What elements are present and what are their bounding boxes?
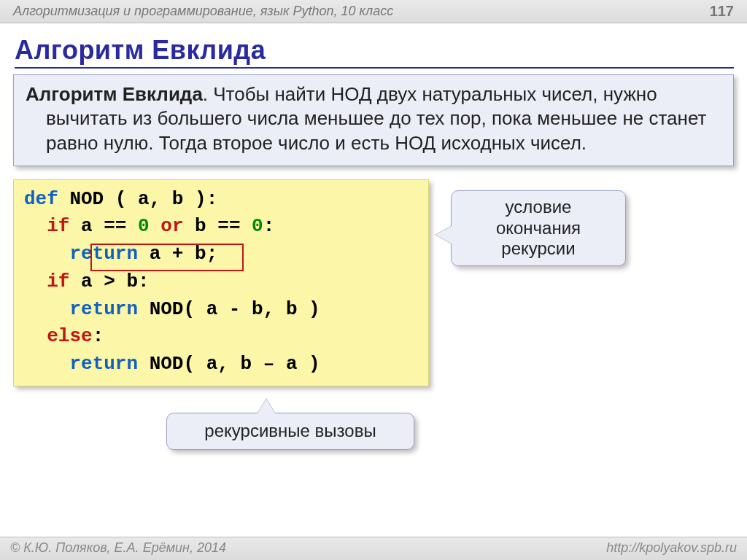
breadcrumb: Алгоритмизация и программирование, язык … bbox=[13, 4, 393, 19]
code-block: def NOD ( a, b ): if a == 0 or b == 0: r… bbox=[13, 179, 429, 386]
callout-line: рекурсии bbox=[468, 238, 609, 260]
kw-return: return bbox=[69, 353, 138, 375]
page-number: 117 bbox=[710, 3, 734, 20]
kw-def: def bbox=[24, 188, 58, 210]
callout-recursive-calls: рекурсивные вызовы bbox=[166, 413, 414, 450]
theory-panel: Алгоритм Евклида. Чтобы найти НОД двух н… bbox=[13, 74, 734, 166]
page-title: Алгоритм Евклида bbox=[15, 35, 734, 69]
code-area: def NOD ( a, b ): if a == 0 or b == 0: r… bbox=[13, 179, 734, 386]
kw-or: or bbox=[150, 215, 195, 237]
kw-if: if bbox=[47, 215, 69, 237]
num-literal: 0 bbox=[252, 215, 263, 237]
code-text: : bbox=[93, 325, 104, 347]
code-text: : bbox=[263, 215, 275, 237]
code-text: a == bbox=[69, 215, 138, 237]
kw-return: return bbox=[69, 243, 138, 265]
callout-line: окончания bbox=[468, 218, 609, 239]
header-bar: Алгоритмизация и программирование, язык … bbox=[0, 0, 747, 23]
footer-url: http://kpolyakov.spb.ru bbox=[606, 540, 737, 556]
callout-tail-icon bbox=[258, 399, 275, 413]
kw-return: return bbox=[69, 298, 138, 320]
code-text: NOD( a, b – a ) bbox=[138, 353, 320, 375]
code-text: b == bbox=[195, 215, 252, 237]
callout-line: условие bbox=[468, 197, 609, 218]
code-text: a + b; bbox=[138, 243, 217, 265]
code-text: NOD( a - b, b ) bbox=[138, 298, 320, 320]
copyright: © К.Ю. Поляков, Е.А. Ерёмин, 2014 bbox=[10, 540, 226, 556]
kw-else: else bbox=[47, 325, 92, 347]
callout-termination: условие окончания рекурсии bbox=[451, 190, 626, 266]
code-text: NOD ( a, b ): bbox=[58, 188, 217, 210]
theory-lead: Алгоритм Евклида bbox=[26, 83, 203, 105]
footer-bar: © К.Ю. Поляков, Е.А. Ерёмин, 2014 http:/… bbox=[0, 537, 747, 560]
code-text: a > b: bbox=[69, 271, 149, 292]
num-literal: 0 bbox=[138, 215, 150, 237]
callout-text: рекурсивные вызовы bbox=[204, 421, 376, 440]
kw-if: if bbox=[47, 271, 69, 292]
callout-tail-icon bbox=[436, 226, 452, 244]
